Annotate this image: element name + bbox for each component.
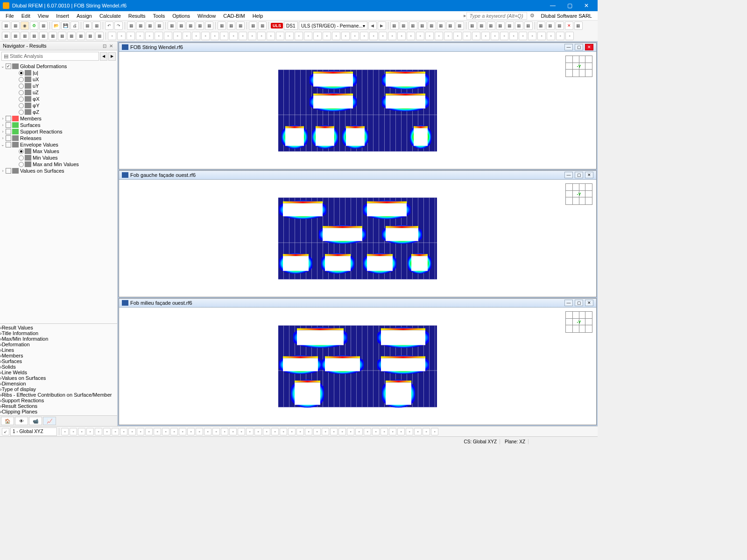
tool-button[interactable]: ▦	[478, 21, 486, 30]
radio[interactable]	[19, 110, 24, 115]
tool-button[interactable]: ▫	[372, 428, 380, 435]
menu-file[interactable]: File	[2, 12, 18, 20]
tool-button[interactable]: ▫	[108, 32, 116, 40]
radio[interactable]	[19, 149, 24, 154]
menu-results[interactable]: Results	[125, 12, 149, 20]
tool-button[interactable]: ▦	[409, 21, 417, 30]
view-titlebar[interactable]: Fob gauche façade ouest.rf6 — ▢ ✕	[119, 171, 596, 180]
tool-button[interactable]: ▫	[491, 32, 499, 40]
tool-button[interactable]: ▦	[236, 21, 245, 30]
tool-button[interactable]: ▫	[276, 32, 284, 40]
tree-node[interactable]: ›Ribs - Effective Contribution on Surfac…	[0, 392, 117, 398]
tool-button[interactable]: ▫	[481, 32, 490, 40]
tool-button[interactable]: ▫	[406, 428, 413, 435]
menu-assign[interactable]: Assign	[73, 12, 96, 20]
tool-button[interactable]: ▦	[95, 32, 104, 40]
menu-view[interactable]: View	[34, 12, 53, 20]
next-button[interactable]: ▶	[378, 21, 386, 30]
tool-button[interactable]: ▫	[183, 32, 191, 40]
tree-node[interactable]: ›Lines	[0, 347, 117, 353]
maximize-button[interactable]: ▢	[561, 0, 578, 11]
tool-button[interactable]: ▫	[472, 32, 480, 40]
tool-button[interactable]: ▫	[341, 32, 350, 40]
nav-tab-1[interactable]: 🏠	[1, 417, 14, 425]
tool-button[interactable]: ▫	[220, 32, 228, 40]
tool-button[interactable]: ▫	[229, 428, 237, 435]
tool-button[interactable]: ▫	[128, 428, 136, 435]
axis-widget[interactable]: -Y	[565, 56, 592, 77]
tool-button[interactable]: ▫	[263, 428, 270, 435]
tool-button[interactable]: ▫	[347, 428, 354, 435]
menu-insert[interactable]: Insert	[52, 12, 73, 20]
tree-node[interactable]: ›Values on Surfaces	[0, 168, 117, 174]
tool-button[interactable]: ▫	[61, 428, 69, 435]
tool-button[interactable]: ⚙	[30, 21, 38, 30]
combo-next-icon[interactable]: ▶	[108, 52, 116, 61]
expand-icon[interactable]: ⌄	[0, 142, 6, 147]
tool-button[interactable]: ▫	[162, 428, 169, 435]
axis-widget[interactable]: -Y	[565, 311, 592, 333]
menu-help[interactable]: Help	[249, 12, 267, 20]
undo-button[interactable]: ↶	[105, 21, 113, 30]
tool-button[interactable]: ▦	[390, 21, 399, 30]
tool-button[interactable]: ▦	[21, 32, 29, 40]
prev-button[interactable]: ◀	[368, 21, 377, 30]
tool-button[interactable]: ▦	[86, 32, 94, 40]
tool-button[interactable]: ▫	[425, 32, 434, 40]
tool-button[interactable]: ▦	[30, 32, 38, 40]
tool-button[interactable]: ▫	[556, 32, 564, 40]
checkbox[interactable]	[6, 129, 11, 134]
tool-button[interactable]: ▦	[155, 21, 163, 30]
tool-button[interactable]: ▫	[70, 428, 77, 435]
tool-button[interactable]: ▫	[239, 32, 247, 40]
tool-button[interactable]: ▦	[77, 32, 85, 40]
checkbox[interactable]	[6, 168, 11, 174]
tool-button[interactable]: ▫	[221, 428, 228, 435]
tool-button[interactable]: ▦	[437, 21, 445, 30]
tool-button[interactable]: ✕	[565, 21, 573, 30]
tree-node[interactable]: ›Type of display	[0, 386, 117, 392]
tool-button[interactable]: ▦	[2, 21, 10, 30]
tool-button[interactable]: ▦	[258, 21, 267, 30]
close-panel-icon[interactable]: ✕	[108, 43, 114, 49]
tool-button[interactable]: ▦	[2, 32, 10, 40]
tool-button[interactable]: ▫	[246, 428, 254, 435]
redo-button[interactable]: ↷	[114, 21, 123, 30]
tool-button[interactable]: ▫	[537, 32, 546, 40]
tool-button[interactable]: ▫	[388, 32, 396, 40]
view-canvas[interactable]: -Y	[119, 52, 596, 169]
tree-node[interactable]: uZ	[0, 89, 117, 96]
tool-button[interactable]: ▫	[360, 32, 368, 40]
radio[interactable]	[19, 97, 24, 102]
expand-icon[interactable]: ›	[0, 116, 6, 121]
tool-button[interactable]: ▫	[145, 32, 154, 40]
radio[interactable]	[19, 90, 24, 95]
checkbox[interactable]	[6, 122, 11, 128]
menu-calculate[interactable]: Calculate	[96, 12, 125, 20]
tree-node[interactable]: φZ	[0, 109, 117, 115]
tool-button[interactable]: ▦	[177, 21, 185, 30]
tool-button[interactable]: ▫	[381, 428, 388, 435]
results-tree[interactable]: ⌄Global Deformations|u|uXuYuZφXφYφZ›Memb…	[0, 62, 117, 323]
tool-button[interactable]: ↙	[2, 428, 9, 435]
expand-icon[interactable]: ›	[0, 168, 6, 173]
minimize-button[interactable]: —	[544, 0, 561, 11]
view-min-button[interactable]: —	[564, 44, 573, 50]
tool-button[interactable]: ▫	[313, 428, 321, 435]
tool-button[interactable]: ▫	[338, 428, 346, 435]
tool-button[interactable]: ▫	[295, 32, 303, 40]
tree-node[interactable]: uY	[0, 83, 117, 89]
tool-button[interactable]: ▦	[574, 21, 583, 30]
tool-button[interactable]: ▫	[369, 32, 378, 40]
view-max-button[interactable]: ▢	[575, 44, 583, 50]
tree-node[interactable]: ›Values on Surfaces	[0, 375, 117, 381]
tool-button[interactable]: ▫	[397, 428, 405, 435]
analysis-combo[interactable]: ▤ Static Analysis ◀ ▶	[1, 52, 116, 61]
tool-button[interactable]: ▫	[453, 32, 462, 40]
expand-icon[interactable]: ⌄	[0, 64, 6, 69]
pin-icon[interactable]: ⊡	[101, 43, 108, 49]
tool-button[interactable]: ▫	[389, 428, 396, 435]
view-max-button[interactable]: ▢	[575, 172, 583, 178]
tool-button[interactable]: ▫	[416, 32, 424, 40]
tree-node[interactable]: Max Values	[0, 148, 117, 154]
